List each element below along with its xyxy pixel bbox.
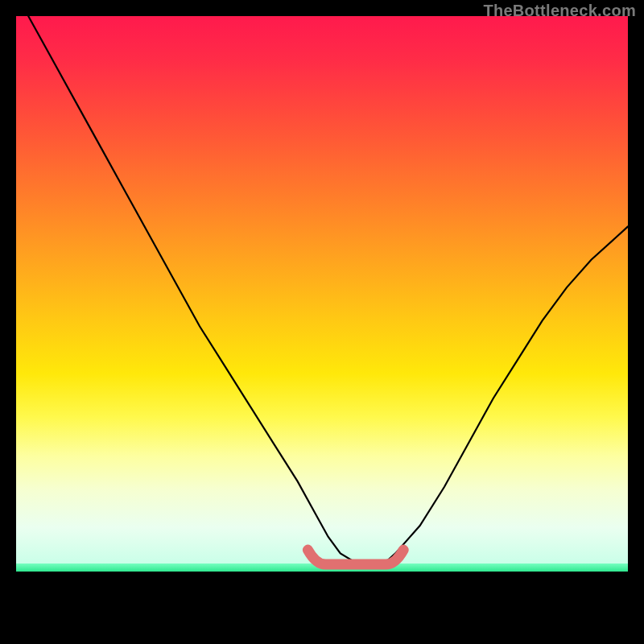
watermark-text: TheBottleneck.com	[483, 2, 636, 20]
chart-frame: TheBottleneck.com	[0, 0, 644, 644]
bottleneck-curve	[16, 16, 628, 628]
